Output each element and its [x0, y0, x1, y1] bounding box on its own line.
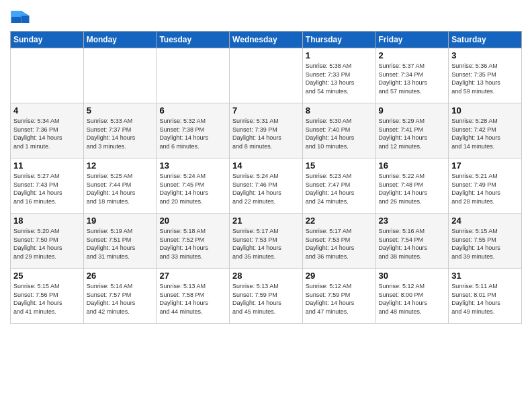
day-info: Sunrise: 5:28 AM Sunset: 7:42 PM Dayligh… — [451, 117, 519, 150]
day-info: Sunrise: 5:23 AM Sunset: 7:47 PM Dayligh… — [306, 172, 373, 205]
column-header-tuesday: Tuesday — [157, 32, 230, 48]
day-cell: 26Sunrise: 5:14 AM Sunset: 7:57 PM Dayli… — [83, 269, 157, 324]
day-info: Sunrise: 5:30 AM Sunset: 7:40 PM Dayligh… — [306, 117, 373, 150]
day-info: Sunrise: 5:22 AM Sunset: 7:48 PM Dayligh… — [379, 172, 446, 205]
column-header-thursday: Thursday — [302, 32, 375, 48]
day-info: Sunrise: 5:27 AM Sunset: 7:43 PM Dayligh… — [13, 172, 81, 205]
day-number: 1 — [306, 50, 373, 60]
week-row-4: 18Sunrise: 5:20 AM Sunset: 7:50 PM Dayli… — [11, 214, 522, 269]
header-row: SundayMondayTuesdayWednesdayThursdayFrid… — [11, 32, 522, 48]
day-cell: 8Sunrise: 5:30 AM Sunset: 7:40 PM Daylig… — [302, 103, 375, 158]
day-cell: 18Sunrise: 5:20 AM Sunset: 7:50 PM Dayli… — [11, 214, 84, 269]
day-cell: 16Sunrise: 5:22 AM Sunset: 7:48 PM Dayli… — [375, 158, 449, 214]
day-cell: 29Sunrise: 5:12 AM Sunset: 7:59 PM Dayli… — [302, 269, 375, 324]
week-row-3: 11Sunrise: 5:27 AM Sunset: 7:43 PM Dayli… — [11, 158, 522, 214]
day-info: Sunrise: 5:34 AM Sunset: 7:36 PM Dayligh… — [13, 117, 81, 150]
header — [10, 7, 522, 27]
day-cell: 24Sunrise: 5:15 AM Sunset: 7:55 PM Dayli… — [449, 214, 522, 269]
day-cell: 13Sunrise: 5:24 AM Sunset: 7:45 PM Dayli… — [157, 158, 230, 214]
day-number: 24 — [451, 216, 519, 226]
day-number: 10 — [451, 105, 519, 116]
day-number: 29 — [306, 271, 373, 281]
day-number: 2 — [379, 50, 446, 60]
day-info: Sunrise: 5:12 AM Sunset: 7:59 PM Dayligh… — [306, 282, 373, 316]
day-cell — [11, 48, 84, 103]
day-info: Sunrise: 5:15 AM Sunset: 7:56 PM Dayligh… — [13, 282, 81, 316]
day-info: Sunrise: 5:36 AM Sunset: 7:35 PM Dayligh… — [451, 62, 519, 95]
day-number: 20 — [159, 216, 226, 226]
day-cell: 1Sunrise: 5:38 AM Sunset: 7:33 PM Daylig… — [302, 48, 375, 103]
day-number: 17 — [451, 161, 519, 171]
day-info: Sunrise: 5:20 AM Sunset: 7:50 PM Dayligh… — [13, 227, 81, 261]
day-cell: 27Sunrise: 5:13 AM Sunset: 7:58 PM Dayli… — [157, 269, 230, 324]
day-number: 7 — [232, 105, 300, 116]
day-cell: 23Sunrise: 5:16 AM Sunset: 7:54 PM Dayli… — [375, 214, 449, 269]
column-header-friday: Friday — [375, 32, 449, 48]
day-number: 12 — [87, 161, 154, 171]
day-info: Sunrise: 5:15 AM Sunset: 7:55 PM Dayligh… — [451, 227, 519, 261]
calendar-table: SundayMondayTuesdayWednesdayThursdayFrid… — [10, 31, 522, 324]
page-container: SundayMondayTuesdayWednesdayThursdayFrid… — [0, 0, 532, 330]
day-cell: 22Sunrise: 5:17 AM Sunset: 7:53 PM Dayli… — [302, 214, 375, 269]
day-number: 8 — [306, 105, 373, 116]
column-header-wednesday: Wednesday — [230, 32, 303, 48]
day-number: 31 — [451, 271, 519, 281]
day-info: Sunrise: 5:25 AM Sunset: 7:44 PM Dayligh… — [87, 172, 154, 205]
day-info: Sunrise: 5:21 AM Sunset: 7:49 PM Dayligh… — [451, 172, 519, 205]
day-cell: 4Sunrise: 5:34 AM Sunset: 7:36 PM Daylig… — [11, 103, 84, 158]
day-cell: 15Sunrise: 5:23 AM Sunset: 7:47 PM Dayli… — [302, 158, 375, 214]
day-info: Sunrise: 5:13 AM Sunset: 7:59 PM Dayligh… — [232, 282, 300, 316]
day-number: 9 — [379, 105, 446, 116]
day-number: 16 — [379, 161, 446, 171]
day-cell: 10Sunrise: 5:28 AM Sunset: 7:42 PM Dayli… — [449, 103, 522, 158]
day-cell — [157, 48, 230, 103]
column-header-monday: Monday — [83, 32, 157, 48]
day-number: 25 — [13, 271, 81, 281]
day-cell: 20Sunrise: 5:18 AM Sunset: 7:52 PM Dayli… — [157, 214, 230, 269]
day-info: Sunrise: 5:11 AM Sunset: 8:01 PM Dayligh… — [451, 282, 519, 316]
day-info: Sunrise: 5:13 AM Sunset: 7:58 PM Dayligh… — [159, 282, 226, 316]
day-number: 22 — [306, 216, 373, 226]
day-info: Sunrise: 5:17 AM Sunset: 7:53 PM Dayligh… — [306, 227, 373, 261]
day-number: 14 — [232, 161, 300, 171]
day-info: Sunrise: 5:37 AM Sunset: 7:34 PM Dayligh… — [379, 62, 446, 95]
day-cell: 14Sunrise: 5:24 AM Sunset: 7:46 PM Dayli… — [230, 158, 303, 214]
day-cell: 6Sunrise: 5:32 AM Sunset: 7:38 PM Daylig… — [157, 103, 230, 158]
day-cell: 5Sunrise: 5:33 AM Sunset: 7:37 PM Daylig… — [83, 103, 157, 158]
day-info: Sunrise: 5:14 AM Sunset: 7:57 PM Dayligh… — [87, 282, 154, 316]
day-number: 18 — [13, 216, 81, 226]
day-info: Sunrise: 5:18 AM Sunset: 7:52 PM Dayligh… — [159, 227, 226, 261]
day-cell: 19Sunrise: 5:19 AM Sunset: 7:51 PM Dayli… — [83, 214, 157, 269]
day-number: 13 — [159, 161, 226, 171]
column-header-saturday: Saturday — [449, 32, 522, 48]
day-number: 30 — [379, 271, 446, 281]
svg-rect-4 — [11, 11, 21, 17]
day-info: Sunrise: 5:24 AM Sunset: 7:45 PM Dayligh… — [159, 172, 226, 205]
day-number: 4 — [13, 105, 81, 116]
day-cell: 7Sunrise: 5:31 AM Sunset: 7:39 PM Daylig… — [230, 103, 303, 158]
day-cell — [83, 48, 157, 103]
day-number: 5 — [87, 105, 154, 116]
day-cell: 25Sunrise: 5:15 AM Sunset: 7:56 PM Dayli… — [11, 269, 84, 324]
day-info: Sunrise: 5:24 AM Sunset: 7:46 PM Dayligh… — [232, 172, 300, 205]
day-info: Sunrise: 5:33 AM Sunset: 7:37 PM Dayligh… — [87, 117, 154, 150]
day-info: Sunrise: 5:32 AM Sunset: 7:38 PM Dayligh… — [159, 117, 226, 150]
day-number: 15 — [306, 161, 373, 171]
day-cell — [230, 48, 303, 103]
week-row-1: 1Sunrise: 5:38 AM Sunset: 7:33 PM Daylig… — [11, 48, 522, 103]
day-cell: 17Sunrise: 5:21 AM Sunset: 7:49 PM Dayli… — [449, 158, 522, 214]
day-cell: 31Sunrise: 5:11 AM Sunset: 8:01 PM Dayli… — [449, 269, 522, 324]
day-number: 11 — [13, 161, 81, 171]
day-number: 26 — [87, 271, 154, 281]
day-cell: 3Sunrise: 5:36 AM Sunset: 7:35 PM Daylig… — [449, 48, 522, 103]
day-info: Sunrise: 5:12 AM Sunset: 8:00 PM Dayligh… — [379, 282, 446, 316]
day-number: 19 — [87, 216, 154, 226]
day-info: Sunrise: 5:17 AM Sunset: 7:53 PM Dayligh… — [232, 227, 300, 261]
day-info: Sunrise: 5:38 AM Sunset: 7:33 PM Dayligh… — [306, 62, 373, 95]
day-cell: 11Sunrise: 5:27 AM Sunset: 7:43 PM Dayli… — [11, 158, 84, 214]
logo-icon — [10, 7, 30, 27]
logo — [10, 7, 33, 27]
week-row-5: 25Sunrise: 5:15 AM Sunset: 7:56 PM Dayli… — [11, 269, 522, 324]
day-number: 27 — [159, 271, 226, 281]
day-number: 23 — [379, 216, 446, 226]
